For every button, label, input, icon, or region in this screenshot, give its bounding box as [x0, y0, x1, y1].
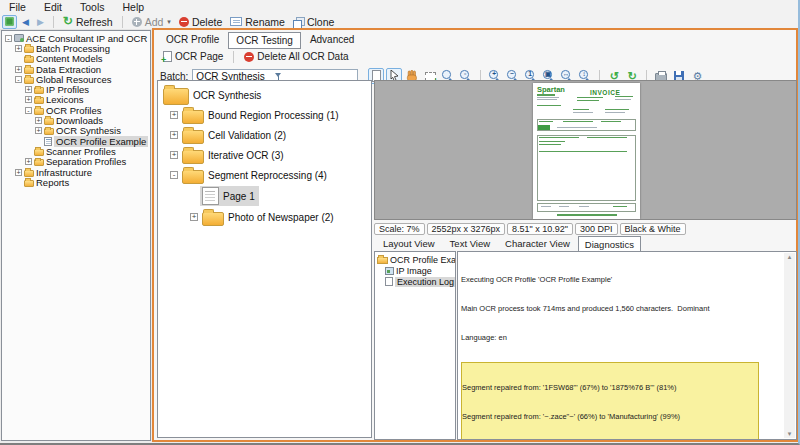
menu-file[interactable]: File [0, 1, 35, 13]
menu-help[interactable]: Help [114, 1, 154, 13]
delete-button[interactable]: Delete [176, 15, 225, 29]
back-arrow-icon: ◀ [22, 16, 29, 28]
expander-icon[interactable]: + [25, 96, 32, 103]
delete-label: Delete [192, 16, 222, 28]
tab-character-view[interactable]: Character View [498, 235, 577, 251]
batch-node-photo-of-newspaper[interactable]: + Photo of Newspaper (2) [158, 207, 371, 227]
expander-icon[interactable]: + [15, 45, 22, 52]
expander-icon[interactable]: + [170, 111, 178, 119]
toolbar-separator [233, 51, 234, 63]
ocr-testing-panel: OCR Profile OCR Testing Advanced OCR Pag… [152, 28, 798, 442]
folder-icon [34, 108, 44, 115]
ocr-page-label: OCR Page [175, 51, 223, 62]
tree-node-downloads[interactable]: + Downloads [2, 115, 150, 125]
invoice-brand-text: Spartan [537, 85, 565, 94]
expander-icon[interactable]: - [15, 76, 22, 83]
ocr-page-button[interactable]: OCR Page [160, 50, 226, 63]
folder-icon [34, 159, 44, 166]
view-tab-strip: Layout View Text View Character View Dia… [374, 236, 797, 251]
refresh-label: Refresh [76, 16, 113, 28]
tree-node-ocr-profiles[interactable]: - OCR Profiles [2, 105, 150, 115]
expander-icon[interactable]: + [15, 169, 22, 176]
nav-back-button[interactable]: ◀ [19, 15, 32, 29]
tab-ocr-profile[interactable]: OCR Profile [158, 31, 227, 48]
batch-node-label: Bound Region Processing (1) [208, 110, 339, 121]
tree-node-content-models[interactable]: Content Models [2, 54, 150, 64]
tab-diagnostics[interactable]: Diagnostics [578, 236, 641, 252]
tree-node-scanner-profiles[interactable]: Scanner Profiles [2, 146, 150, 156]
add-label: Add [145, 16, 164, 28]
tree-node-reports[interactable]: Reports [2, 177, 150, 187]
status-pixel-size: 2552px x 3276px [427, 223, 506, 235]
tree-node-ip-profiles[interactable]: + IP Profiles [2, 84, 150, 94]
expander-icon[interactable]: + [35, 127, 42, 134]
tree-node-data-extraction[interactable]: + Data Extraction [2, 64, 150, 74]
toolbar-separator [122, 16, 123, 28]
batch-node-ocr-synthesis[interactable]: OCR Synthesis [158, 85, 371, 105]
tab-text-view[interactable]: Text View [443, 235, 497, 251]
add-button[interactable]: Add ▾ [129, 15, 174, 29]
delete-all-ocr-data-button[interactable]: Delete All OCR Data [241, 50, 351, 63]
image-preview-area[interactable]: Spartan INVOICE [374, 80, 797, 220]
tree-node-global-resources[interactable]: - Global Resources [2, 74, 150, 84]
menu-edit[interactable]: Edit [35, 1, 71, 13]
tree-node-root[interactable]: - ACE Consultant IP and OCR [2, 33, 150, 43]
batch-node-cell-validation[interactable]: + Cell Validation (2) [158, 125, 371, 145]
clone-button[interactable]: Clone [290, 15, 337, 29]
nav-forward-button[interactable]: ▶ [34, 15, 47, 29]
toolbar-separator [53, 16, 54, 28]
forward-arrow-icon: ▶ [37, 16, 44, 28]
tree-node-label: Reports [36, 177, 69, 188]
tree-node-ocr-synthesis[interactable]: + OCR Synthesis [2, 126, 150, 136]
batch-filter-icon[interactable] [275, 72, 354, 80]
expander-icon[interactable]: + [25, 158, 32, 165]
log-line-highlighted: Segment repaired from: '1FSW68"' (67%) t… [462, 383, 758, 393]
expander-icon[interactable]: + [170, 131, 178, 139]
expander-icon[interactable]: + [190, 213, 198, 221]
batch-node-bound-region[interactable]: + Bound Region Processing (1) [158, 105, 371, 125]
diagnostics-log-panel: Executing OCR Profile 'OCR Profile Examp… [457, 251, 797, 440]
folder-icon [202, 212, 224, 226]
batch-node-label: Cell Validation (2) [208, 130, 286, 141]
expander-icon[interactable]: - [170, 171, 178, 179]
menu-tools[interactable]: Tools [71, 1, 114, 13]
tree-node-separation-profiles[interactable]: + Separation Profiles [2, 157, 150, 167]
tree-node-infrastructure[interactable]: + Infrastructure [2, 167, 150, 177]
expander-icon[interactable]: - [25, 107, 32, 114]
expander-icon[interactable]: + [35, 117, 42, 124]
profile-tab-strip: OCR Profile OCR Testing Advanced [156, 32, 362, 48]
tree-node-lexicons[interactable]: + Lexicons [2, 95, 150, 105]
expander-icon[interactable]: + [25, 86, 32, 93]
log-line-highlighted: Segment repaired from: '~.zace"~' (66%) … [462, 412, 758, 422]
expander-icon[interactable]: + [170, 151, 178, 159]
status-dpi: 300 DPI [575, 223, 618, 235]
folder-icon [182, 150, 204, 164]
status-inch-size: 8.51" x 10.92" [507, 223, 573, 235]
add-dropdown-icon[interactable]: ▾ [167, 18, 171, 26]
folder-icon [163, 88, 189, 105]
tab-ocr-testing[interactable]: OCR Testing [228, 32, 301, 49]
batch-node-iterative-ocr[interactable]: + Iterative OCR (3) [158, 145, 371, 165]
clone-icon [293, 17, 304, 27]
tree-node-ocr-profile-example[interactable]: OCR Profile Example [2, 136, 150, 146]
tree-node-batch-processing[interactable]: + Batch Processing [2, 43, 150, 53]
add-icon [132, 17, 142, 27]
folder-icon [24, 180, 34, 187]
diag-node-profile[interactable]: OCR Profile Example [377, 254, 455, 265]
folder-icon [34, 149, 44, 156]
batch-node-page-1[interactable]: Page 1 [158, 185, 371, 207]
diag-node-execution-log[interactable]: Execution Log [377, 276, 455, 287]
rename-button[interactable]: Rename [227, 15, 288, 29]
scroll-up-icon[interactable]: ▴ [788, 253, 792, 261]
diagnostics-log-vscrollbar[interactable]: ▴ ▾ [784, 253, 795, 438]
scroll-down-icon[interactable]: ▾ [788, 430, 792, 438]
diag-node-ip-image[interactable]: IP Image [377, 265, 455, 276]
invoice-document-thumbnail[interactable]: Spartan INVOICE [533, 83, 640, 219]
batch-node-segment-reprocessing[interactable]: - Segment Reprocessing (4) [158, 165, 371, 185]
expander-icon[interactable]: + [15, 66, 22, 73]
tab-layout-view[interactable]: Layout View [376, 235, 442, 251]
refresh-button[interactable]: ↻ Refresh [60, 15, 116, 29]
expander-icon[interactable]: - [5, 35, 12, 42]
app-home-button[interactable] [2, 15, 17, 29]
tab-advanced[interactable]: Advanced [302, 31, 362, 48]
